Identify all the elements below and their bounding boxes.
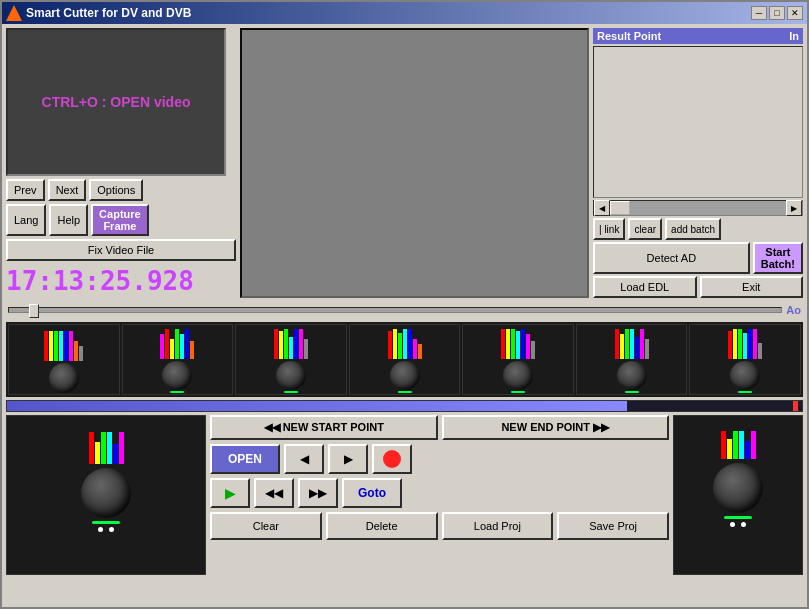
options-button[interactable]: Options [89, 179, 143, 201]
timeline-end-marker [793, 401, 798, 411]
timeline-bar[interactable] [6, 400, 803, 412]
minimize-button[interactable]: ─ [751, 6, 767, 20]
start-batch-button[interactable]: StartBatch! [753, 242, 803, 274]
top-section: CTRL+O : OPEN video Prev Next Options La… [6, 28, 803, 298]
new-end-point-button[interactable]: NEW END POINT ▶▶ [442, 415, 670, 440]
start-batch-label: StartBatch! [761, 246, 795, 270]
app-icon [6, 5, 22, 21]
rewind-button[interactable]: ◀◀ [254, 478, 294, 508]
bottom-right-preview [673, 415, 803, 575]
frame-back-button[interactable]: ◀ [284, 444, 324, 474]
exit-button[interactable]: Exit [700, 276, 804, 298]
thumbnail-4[interactable] [349, 324, 461, 395]
prev-button[interactable]: Prev [6, 179, 45, 201]
timecode-display: 17:13:25.928 [6, 264, 236, 298]
clear-action-button[interactable]: Clear [210, 512, 322, 540]
middle-button-row: Lang Help CaptureFrame [6, 204, 236, 236]
ao-label: Ao [786, 304, 801, 316]
result-header: Result Point In [593, 28, 803, 44]
result-scrollbar[interactable]: ◀ ▶ [593, 200, 803, 216]
small-preview: CTRL+O : OPEN video [6, 28, 226, 176]
next-button[interactable]: Next [48, 179, 87, 201]
action-row: Clear Delete Load Proj Save Proj [210, 512, 669, 540]
detect-ad-button[interactable]: Detect AD [593, 242, 750, 274]
maximize-button[interactable]: □ [769, 6, 785, 20]
seek-thumb[interactable] [29, 304, 39, 318]
load-proj-button[interactable]: Load Proj [442, 512, 554, 540]
left-panel: CTRL+O : OPEN video Prev Next Options La… [6, 28, 236, 298]
thumbnail-2[interactable] [122, 324, 234, 395]
record-button[interactable] [372, 444, 412, 474]
thumbnail-7[interactable] [689, 324, 801, 395]
bottom-section: ◀◀ NEW START POINT NEW END POINT ▶▶ OPEN… [6, 415, 803, 575]
result-label: Result Point [597, 30, 661, 42]
link-clear-row: | link clear add batch [593, 218, 803, 240]
new-points-row: ◀◀ NEW START POINT NEW END POINT ▶▶ [210, 415, 669, 440]
open-button[interactable]: OPEN [210, 444, 280, 474]
frame-forward-button[interactable]: ▶ [328, 444, 368, 474]
new-start-point-button[interactable]: ◀◀ NEW START POINT [210, 415, 438, 440]
play-button[interactable]: ▶ [210, 478, 250, 508]
record-indicator [383, 450, 401, 468]
thumbnail-5[interactable] [462, 324, 574, 395]
result-list [593, 46, 803, 198]
window-controls: ─ □ ✕ [751, 6, 803, 20]
seek-track[interactable] [8, 307, 782, 313]
thumbnail-3[interactable] [235, 324, 347, 395]
fix-video-row: Fix Video File [6, 239, 236, 261]
top-button-row: Prev Next Options [6, 179, 236, 201]
seek-bar-container: Ao [6, 301, 803, 319]
add-batch-button[interactable]: add batch [665, 218, 721, 240]
main-video-preview [240, 28, 589, 298]
preview-hint: CTRL+O : OPEN video [42, 94, 191, 110]
scroll-track[interactable] [610, 201, 786, 215]
transport-row-2: ▶ ◀◀ ▶▶ Goto [210, 478, 669, 508]
transport-row-1: OPEN ◀ ▶ [210, 444, 669, 474]
scroll-left-arrow[interactable]: ◀ [594, 200, 610, 216]
main-content: CTRL+O : OPEN video Prev Next Options La… [2, 24, 807, 607]
capture-frame-button[interactable]: CaptureFrame [91, 204, 149, 236]
edl-exit-row: Load EDL Exit [593, 276, 803, 298]
right-panel: Result Point In ◀ ▶ | link clear add bat… [593, 28, 803, 298]
main-window: Smart Cutter for DV and DVB ─ □ ✕ CTRL+O… [0, 0, 809, 609]
help-button[interactable]: Help [49, 204, 88, 236]
timeline-fill [7, 401, 627, 411]
load-edl-button[interactable]: Load EDL [593, 276, 697, 298]
scroll-right-arrow[interactable]: ▶ [786, 200, 802, 216]
fast-forward-button[interactable]: ▶▶ [298, 478, 338, 508]
thumbnail-6[interactable] [576, 324, 688, 395]
goto-button[interactable]: Goto [342, 478, 402, 508]
thumbnails-row [6, 322, 803, 397]
link-button[interactable]: | link [593, 218, 625, 240]
fix-video-button[interactable]: Fix Video File [6, 239, 236, 261]
scroll-thumb[interactable] [610, 201, 630, 215]
thumbnail-1[interactable] [8, 324, 120, 395]
delete-button[interactable]: Delete [326, 512, 438, 540]
clear-button[interactable]: clear [628, 218, 662, 240]
title-bar: Smart Cutter for DV and DVB ─ □ ✕ [2, 2, 807, 24]
lang-button[interactable]: Lang [6, 204, 46, 236]
bottom-center: ◀◀ NEW START POINT NEW END POINT ▶▶ OPEN… [210, 415, 669, 575]
bottom-left-preview [6, 415, 206, 575]
save-proj-button[interactable]: Save Proj [557, 512, 669, 540]
window-title: Smart Cutter for DV and DVB [26, 6, 751, 20]
in-label: In [789, 30, 799, 42]
detect-batch-row: Detect AD StartBatch! [593, 242, 803, 274]
close-button[interactable]: ✕ [787, 6, 803, 20]
capture-label: CaptureFrame [99, 208, 141, 232]
